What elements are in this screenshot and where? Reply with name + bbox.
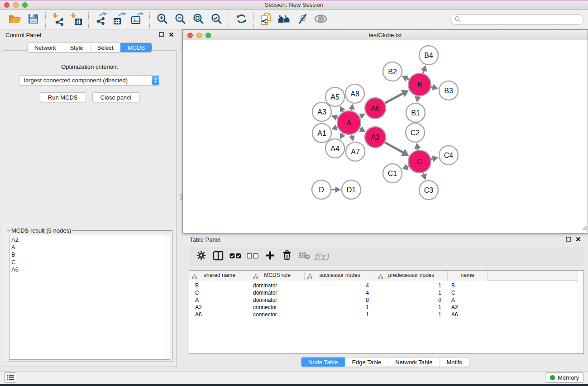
column-chooser-button[interactable] (210, 248, 227, 265)
column-header-name[interactable]: name (448, 271, 488, 281)
graph-node-B2[interactable]: B2 (383, 62, 402, 81)
zoom-selected-button[interactable] (208, 12, 225, 28)
mcds-result-fieldset: MCDS result (5 nodes) A2ABCA6 (7, 227, 172, 362)
network-minimize-button[interactable] (196, 33, 202, 38)
table-scrollbar[interactable] (578, 271, 583, 353)
table-tab-edge-table[interactable]: Edge Table (344, 357, 388, 367)
export-image-button[interactable] (129, 12, 145, 28)
tab-network[interactable]: Network (28, 43, 63, 52)
save-session-button[interactable] (25, 12, 41, 28)
toolbar-search[interactable] (450, 14, 584, 25)
toggle-gene-view-button[interactable] (294, 12, 311, 28)
table-tab-node-table[interactable]: Node Table (301, 357, 345, 367)
run-mcds-button[interactable]: Run MCDS (40, 92, 86, 102)
result-item[interactable]: A6 (10, 266, 170, 274)
edge-A2-C[interactable] (385, 143, 404, 153)
refresh-button[interactable] (233, 12, 249, 28)
eye-icon (314, 14, 327, 25)
select-all-rows-button[interactable] (227, 248, 244, 265)
deselect-all-rows-button[interactable] (244, 248, 261, 265)
table-row[interactable]: Cdominator41C (189, 289, 583, 296)
graph-node-B1[interactable]: B1 (406, 103, 425, 122)
import-table-button[interactable] (68, 12, 84, 28)
table-row[interactable]: Bdominator41B (189, 282, 583, 289)
graph-node-A1[interactable]: A1 (312, 124, 331, 143)
minimize-window-button[interactable] (13, 2, 19, 8)
gene-slash-icon (296, 13, 309, 27)
tab-select[interactable]: Select (90, 43, 120, 52)
column-header-MCDS-role[interactable]: MCDS role (250, 271, 305, 281)
delete-column-button[interactable] (278, 248, 296, 265)
graph-node-A8[interactable]: A8 (345, 84, 364, 103)
graph-node-C2[interactable]: C2 (406, 123, 425, 142)
tab-style[interactable]: Style (63, 43, 90, 52)
column-header-predecessor-nodes[interactable]: predecessor nodes (375, 271, 448, 281)
graph-node-A7[interactable]: A7 (346, 142, 365, 161)
zoom-window-button[interactable] (22, 2, 28, 8)
table-row[interactable]: Adominator80A (189, 296, 583, 304)
close-window-button[interactable] (4, 2, 10, 8)
graph-node-D1[interactable]: D1 (342, 180, 361, 199)
table-row[interactable]: A6connector11A6 (189, 311, 583, 318)
result-item[interactable]: A2 (10, 236, 170, 244)
graph-node-B[interactable]: B (408, 73, 431, 96)
float-panel-icon[interactable] (159, 32, 164, 38)
function-builder-button[interactable]: f(x) (313, 248, 330, 265)
graph-node-A6[interactable]: A6 (365, 98, 386, 119)
table-row[interactable]: A2connector11A2 (189, 304, 583, 311)
graph-node-C3[interactable]: C3 (419, 181, 438, 200)
table-close-panel-icon[interactable] (576, 236, 581, 243)
close-panel-icon[interactable] (169, 32, 174, 38)
delete-table-button[interactable] (296, 248, 313, 265)
zoom-fit-button[interactable] (190, 12, 206, 28)
table-tab-motifs[interactable]: Motifs (439, 357, 469, 367)
desktop-background-strip (0, 384, 588, 386)
result-list-scrollbar[interactable] (164, 235, 170, 359)
tab-mcds[interactable]: MCDS (120, 43, 152, 52)
home-view-button[interactable] (276, 12, 292, 28)
search-input[interactable] (463, 16, 583, 23)
memory-button[interactable]: Memory (545, 372, 584, 383)
zoom-in-button[interactable] (154, 12, 170, 28)
edge-A6-B[interactable] (385, 93, 403, 103)
svg-text:A3: A3 (317, 108, 326, 116)
network-snapshot-button[interactable] (258, 12, 274, 28)
resize-grip-icon[interactable] (581, 224, 587, 233)
graph-node-C[interactable]: C (408, 150, 431, 173)
network-zoom-button[interactable] (206, 33, 211, 38)
task-history-button[interactable] (4, 372, 16, 383)
node-table[interactable]: shared nameMCDS rolesuccessor nodesprede… (189, 270, 584, 354)
import-network-button[interactable] (50, 12, 66, 28)
network-close-button[interactable] (187, 33, 193, 38)
table-settings-button[interactable] (192, 248, 210, 265)
export-network-button[interactable] (93, 12, 109, 28)
result-item[interactable]: B (10, 251, 170, 259)
result-item[interactable]: C (10, 259, 170, 267)
table-float-panel-icon[interactable] (566, 236, 571, 243)
table-tab-network-table[interactable]: Network Table (388, 357, 439, 367)
edge-arrowhead (335, 186, 341, 193)
graph-node-B3[interactable]: B3 (439, 81, 458, 100)
graph-node-B4[interactable]: B4 (419, 46, 438, 65)
close-panel-button[interactable]: Close panel (92, 92, 140, 102)
open-session-button[interactable] (7, 12, 23, 28)
graph-node-A4[interactable]: A4 (325, 139, 344, 158)
mcds-result-list[interactable]: A2ABCA6 (9, 235, 170, 360)
show-hide-button[interactable] (312, 12, 329, 28)
svg-text:B3: B3 (444, 87, 453, 95)
graph-node-C1[interactable]: C1 (383, 164, 402, 183)
result-item[interactable]: A (10, 244, 170, 252)
graph-node-A5[interactable]: A5 (325, 87, 344, 106)
column-header-shared-name[interactable]: shared name (189, 271, 250, 281)
export-table-button[interactable] (111, 12, 127, 28)
graph-node-D[interactable]: D (312, 180, 331, 199)
criterion-select[interactable]: largest connected component (directed) (19, 75, 160, 86)
graph-node-A[interactable]: A (337, 111, 361, 134)
network-canvas[interactable]: B4B2B3A5A8A3B1A1C2A4A7C1C4C3DD1A6A2ABC (183, 40, 588, 233)
add-column-button[interactable] (261, 248, 278, 265)
graph-node-A3[interactable]: A3 (312, 102, 331, 121)
graph-node-C4[interactable]: C4 (439, 146, 458, 165)
graph-node-A2[interactable]: A2 (365, 127, 386, 148)
column-header-successor-nodes[interactable]: successor nodes (305, 271, 375, 281)
zoom-out-button[interactable] (172, 12, 188, 28)
